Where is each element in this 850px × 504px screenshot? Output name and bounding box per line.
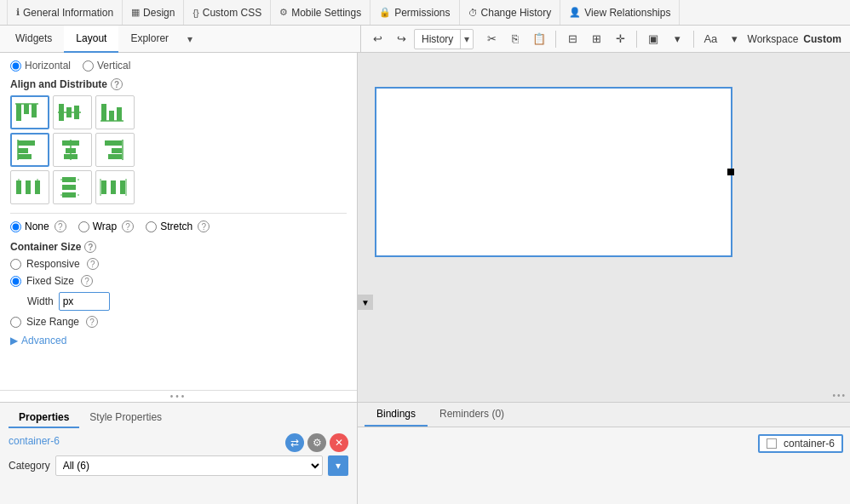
category-arrow-btn[interactable]: ▾ [328,455,348,476]
workspace-section: Workspace Custom [748,33,841,45]
align-right-top-btn[interactable] [95,95,135,129]
svg-rect-1 [24,104,29,114]
nav-view-relationships[interactable]: 👤 View Relationships [560,0,680,25]
tabs-dropdown-arrow[interactable]: ▾ [182,26,198,53]
align-left-top-btn[interactable] [10,95,49,129]
distribute-h-btn[interactable] [10,170,49,204]
text-btn[interactable]: Aa [699,29,721,49]
svg-rect-25 [26,180,31,194]
horizontal-radio[interactable] [10,60,21,72]
align-left-btn[interactable]: ⊟ [561,29,583,49]
nav-custom-css[interactable]: {} Custom CSS [184,0,271,25]
main-toolbar: Widgets Layout Explorer ▾ ↩ ↪ History ▾ … [0,26,850,53]
text-dropdown-btn[interactable]: ▾ [723,29,745,49]
wrap-radio-label[interactable]: Wrap ? [78,220,134,232]
category-row: Category All (6) ▾ [9,455,348,476]
align-help-icon[interactable]: ? [111,78,123,90]
right-bottom-tabs: Bindings Reminders (0) [358,403,850,427]
history-dropdown[interactable]: History ▾ [414,29,474,49]
css-icon: {} [192,8,198,18]
scroll-indicator: ••• [0,390,357,402]
component-chip: container-6 [758,434,843,453]
responsive-help-icon[interactable]: ? [87,258,99,270]
stretch-help-icon[interactable]: ? [198,220,210,232]
canvas-scroll-down-btn[interactable]: ▼ [358,295,373,310]
align-row-2 [10,133,347,167]
distribute-v-btn[interactable] [53,170,92,204]
tab-style-properties[interactable]: Style Properties [79,408,172,428]
none-radio-label[interactable]: None ? [10,220,66,232]
wrap-help-icon[interactable]: ? [122,220,134,232]
wrap-radio[interactable] [78,221,89,232]
align-center-btn[interactable]: ⊞ [585,29,607,49]
component-name[interactable]: container-6 [9,435,60,447]
size-range-radio[interactable] [10,317,21,328]
nav-change-history[interactable]: ⏱ Change History [460,0,561,25]
separator-3 [693,31,694,48]
tab-reminders[interactable]: Reminders (0) [428,403,516,427]
none-radio[interactable] [10,221,21,232]
undo-button[interactable]: ↩ [366,29,388,49]
clock-icon: ⏱ [468,8,478,18]
stretch-radio[interactable] [146,221,157,232]
close-button[interactable]: ✕ [330,433,348,452]
main-layout: Horizontal Vertical Align and Distribute… [0,53,850,504]
canvas-container [375,87,732,257]
fixed-size-option[interactable]: Fixed Size ? [10,275,347,287]
divider-1 [10,213,347,214]
size-range-option[interactable]: Size Range ? [10,316,347,328]
nav-permissions[interactable]: 🔒 Permissions [370,0,459,25]
width-input[interactable] [59,292,110,311]
svg-rect-35 [111,180,116,194]
responsive-option[interactable]: Responsive ? [10,258,347,270]
fixed-size-help-icon[interactable]: ? [81,275,93,287]
canvas-more-dots: ••• [832,391,847,400]
layout-btn[interactable]: ▣ [642,29,664,49]
redo-button[interactable]: ↪ [390,29,412,49]
settings-button[interactable]: ⚙ [307,433,326,452]
nav-design[interactable]: ▦ Design [123,0,184,25]
nav-general-info[interactable]: ℹ General Information [7,0,123,25]
tab-bar: Widgets Layout Explorer ▾ [3,26,361,53]
container-size-help-icon[interactable]: ? [84,241,96,253]
cut-button[interactable]: ✂ [480,29,503,49]
advanced-toggle[interactable]: ▶ Advanced [10,335,347,346]
horizontal-radio-label[interactable]: Horizontal [10,60,71,72]
tab-layout[interactable]: Layout [64,26,118,53]
tab-widgets[interactable]: Widgets [3,26,64,53]
stretch-radio-label[interactable]: Stretch ? [146,220,210,232]
nav-mobile-settings[interactable]: ⚙ Mobile Settings [271,0,370,25]
chevron-right-icon: ▶ [10,335,18,346]
distribute-even-btn[interactable] [95,170,135,204]
responsive-radio[interactable] [10,259,21,270]
svg-rect-2 [32,104,37,117]
info-icon: ℹ [16,7,20,18]
align-center-mid-btn[interactable] [53,133,92,167]
paste-button[interactable]: 📋 [528,29,550,49]
component-actions: ⇄ ⚙ ✕ [285,433,348,452]
vertical-radio-label[interactable]: Vertical [83,60,130,72]
canvas-resize-handle[interactable] [727,169,734,175]
size-range-help-icon[interactable]: ? [86,316,98,328]
chip-label: container-6 [784,438,835,450]
none-help-icon[interactable]: ? [55,220,66,232]
top-navigation: ℹ General Information ▦ Design {} Custom… [0,0,850,26]
svg-rect-36 [120,180,125,194]
copy-button[interactable]: ⎘ [504,29,526,49]
vertical-radio[interactable] [83,60,94,72]
share-button[interactable]: ⇄ [285,433,304,452]
align-left-mid-btn[interactable] [10,133,49,167]
tab-bindings[interactable]: Bindings [365,403,428,427]
mobile-icon: ⚙ [279,7,288,18]
chip-checkbox[interactable] [767,438,777,449]
svg-rect-10 [117,107,122,121]
move-btn[interactable]: ✛ [609,29,631,49]
category-select[interactable]: All (6) [55,455,323,476]
tab-explorer[interactable]: Explorer [118,26,181,53]
fixed-size-radio[interactable] [10,276,21,287]
lock-icon: 🔒 [379,7,391,18]
layout-dropdown-btn[interactable]: ▾ [666,29,688,49]
align-right-mid-btn[interactable] [95,133,135,167]
align-center-top-btn[interactable] [53,95,92,129]
tab-properties[interactable]: Properties [9,408,79,428]
